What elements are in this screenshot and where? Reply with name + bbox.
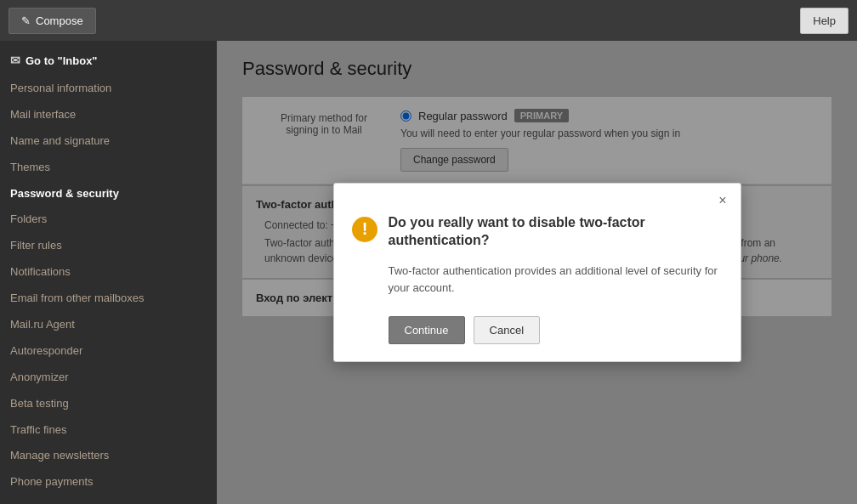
modal-description: Two-factor authentication provides an ad… xyxy=(351,263,724,296)
sidebar: ✉ Go to "Inbox" Personal information Mai… xyxy=(0,41,217,504)
modal-header: × xyxy=(334,184,741,207)
sidebar-item-mail-interface[interactable]: Mail interface xyxy=(0,102,217,128)
sidebar-item-anonymizer[interactable]: Anonymizer xyxy=(0,365,217,391)
goto-inbox-button[interactable]: ✉ Go to "Inbox" xyxy=(0,45,217,76)
main-layout: ✉ Go to "Inbox" Personal information Mai… xyxy=(0,41,857,504)
sidebar-item-autoresponder[interactable]: Autoresponder xyxy=(0,338,217,365)
modal-close-button[interactable]: × xyxy=(718,194,726,207)
sidebar-item-mailru-agent[interactable]: Mail.ru Agent xyxy=(0,312,217,338)
continue-button[interactable]: Continue xyxy=(389,316,465,344)
sidebar-item-personal-information[interactable]: Personal information xyxy=(0,76,217,102)
modal-dialog: × ! Do you really want to disable two-fa… xyxy=(333,183,741,363)
warning-icon: ! xyxy=(351,216,378,243)
sidebar-item-themes[interactable]: Themes xyxy=(0,155,217,181)
sidebar-item-email-other-mailboxes[interactable]: Email from other mailboxes xyxy=(0,286,217,312)
modal-overlay: × ! Do you really want to disable two-fa… xyxy=(217,41,857,504)
cancel-button[interactable]: Cancel xyxy=(474,316,540,344)
compose-label: Compose xyxy=(36,14,83,27)
sidebar-item-phone-payments[interactable]: Phone payments xyxy=(0,469,217,496)
sidebar-item-beta-testing[interactable]: Beta testing xyxy=(0,391,217,417)
modal-footer: Continue Cancel xyxy=(351,316,724,344)
sidebar-item-folders[interactable]: Folders xyxy=(0,207,217,233)
top-bar: ✎ Compose Help xyxy=(0,0,857,41)
content-area: Password & security Primary method forsi… xyxy=(217,41,857,504)
goto-inbox-label: Go to "Inbox" xyxy=(26,54,98,67)
sidebar-item-name-and-signature[interactable]: Name and signature xyxy=(0,128,217,155)
sidebar-item-filter-rules[interactable]: Filter rules xyxy=(0,233,217,259)
sidebar-item-traffic-fines[interactable]: Traffic fines xyxy=(0,417,217,444)
inbox-icon: ✉ xyxy=(10,54,20,67)
sidebar-item-manage-newsletters[interactable]: Manage newsletters xyxy=(0,443,217,469)
modal-title-row: ! Do you really want to disable two-fact… xyxy=(351,214,724,250)
help-button[interactable]: Help xyxy=(800,8,848,34)
sidebar-item-notifications[interactable]: Notifications xyxy=(0,259,217,286)
compose-button[interactable]: ✎ Compose xyxy=(9,8,96,34)
modal-body: ! Do you really want to disable two-fact… xyxy=(334,207,741,362)
compose-icon: ✎ xyxy=(21,14,31,27)
svg-text:!: ! xyxy=(361,219,367,238)
sidebar-item-password-security[interactable]: Password & security xyxy=(0,181,217,207)
modal-title: Do you really want to disable two-factor… xyxy=(389,214,645,250)
